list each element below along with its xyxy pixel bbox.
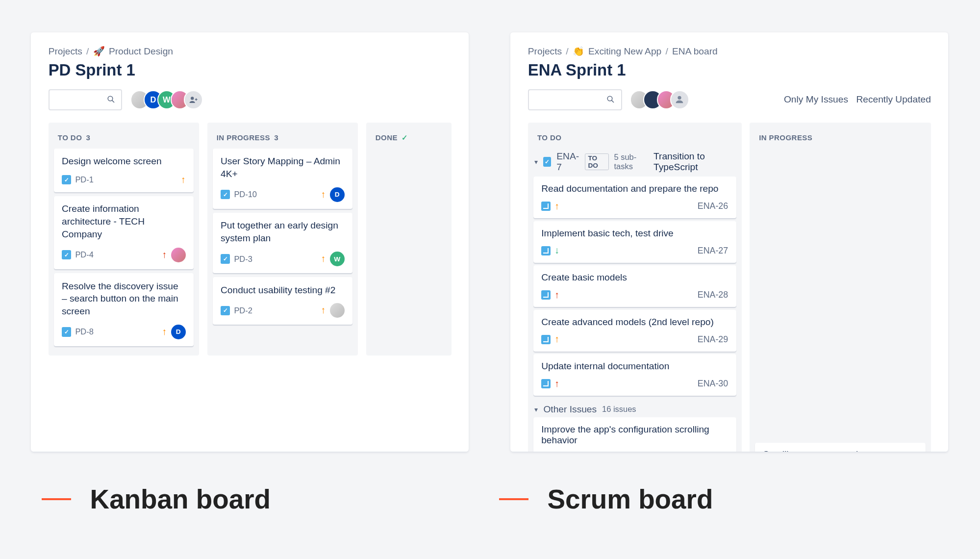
epic-header[interactable]: ▾ ENA-7 TO DO 5 sub-tasks Transition to …: [533, 149, 736, 177]
project-emoji: 🚀: [93, 46, 105, 57]
group-count: 16 issues: [602, 405, 636, 414]
add-member-button[interactable]: [184, 90, 202, 109]
task-icon: [62, 327, 71, 336]
svg-point-0: [108, 96, 113, 101]
assignee-avatar: [330, 303, 345, 318]
card-title: Improve the app's configuration scrollin…: [541, 424, 728, 446]
issue-card[interactable]: User Story Mapping – Admin 4K+PD-10↑D: [213, 149, 353, 209]
subtask-card[interactable]: Read documentation and prepare the repo↑…: [533, 177, 736, 218]
card-title: Implement basic tech, test drive: [541, 228, 728, 239]
issue-key: PD-8: [75, 327, 93, 336]
breadcrumb-projects[interactable]: Projects: [528, 46, 562, 57]
subtask-card[interactable]: Update internal documentation↑ENA-30: [533, 354, 736, 396]
avatar-unassigned[interactable]: [670, 90, 689, 109]
priority-icon: ↑: [555, 379, 560, 389]
chevron-down-icon[interactable]: ▾: [534, 158, 538, 166]
issue-key: ENA-28: [698, 290, 728, 300]
subtask-card[interactable]: Implement basic tech, test drive↓ENA-27: [533, 221, 736, 263]
card-title: Create advanced models (2nd level repo): [541, 317, 728, 328]
issue-card[interactable]: Improve the app's configuration scrollin…: [533, 417, 736, 451]
issue-card[interactable]: Resolve the discovery issue – search but…: [54, 273, 194, 346]
card-title: User Story Mapping – Admin 4K+: [221, 155, 345, 180]
task-icon: [221, 190, 230, 199]
subtask-card[interactable]: Create basic models↑ENA-28: [533, 265, 736, 307]
issue-card[interactable]: Create information architecture - TECH C…: [54, 196, 194, 269]
status-lozenge: TO DO: [585, 153, 609, 171]
card-title: Create basic models: [541, 272, 728, 283]
breadcrumb-projects[interactable]: Projects: [49, 46, 82, 57]
toolbar: Only My Issues Recently Updated: [528, 89, 931, 111]
issue-key: ENA-30: [698, 379, 728, 389]
issue-key: ENA-27: [698, 246, 728, 256]
group-label: Other Issues: [543, 404, 597, 415]
subtask-icon: [541, 202, 551, 211]
column-header: TO DO 3: [54, 128, 194, 149]
group-other-issues[interactable]: ▾ Other Issues 16 issues: [533, 399, 736, 417]
column-header: DONE ✓: [372, 128, 446, 149]
breadcrumb: Projects / 👏 Exciting New App / ENA boar…: [528, 46, 931, 57]
column-done: DONE ✓: [366, 123, 452, 356]
card-title: Scrolling staggers on the configuration …: [763, 449, 917, 451]
issue-key: ENA-26: [698, 201, 728, 211]
breadcrumb-board[interactable]: ENA board: [672, 46, 718, 57]
caption-scrum: Scrum board: [499, 483, 713, 515]
subtask-icon: [541, 246, 551, 255]
task-icon: [221, 254, 230, 263]
column-todo: TO DO ▾ ENA-7 TO DO 5 sub-tasks Transiti…: [528, 123, 742, 452]
subtask-icon: [541, 379, 551, 388]
task-icon: [221, 306, 230, 315]
issue-card[interactable]: Scrolling staggers on the configuration …: [755, 443, 926, 452]
task-icon: [62, 175, 71, 184]
svg-line-4: [612, 100, 614, 102]
search-input[interactable]: [49, 89, 123, 111]
dash-icon: [42, 498, 71, 500]
epic-title: Transition to TypeScript: [653, 151, 735, 173]
toolbar: DW: [49, 89, 452, 111]
priority-icon: ↑: [321, 189, 326, 200]
chevron-down-icon[interactable]: ▾: [534, 406, 538, 413]
breadcrumb: Projects / 🚀 Product Design: [49, 46, 452, 57]
card-title: Read documentation and prepare the repo: [541, 183, 728, 194]
issue-key: PD-10: [234, 190, 257, 199]
card-title: Resolve the discovery issue – search but…: [62, 280, 186, 318]
card-title: Create information architecture - TECH C…: [62, 203, 186, 241]
breadcrumb-project[interactable]: Product Design: [109, 46, 173, 57]
epic-key: ENA-7: [556, 151, 579, 173]
breadcrumb-project[interactable]: Exciting New App: [588, 46, 661, 57]
subtask-card[interactable]: Create advanced models (2nd level repo)↑…: [533, 310, 736, 352]
task-icon: [543, 157, 551, 166]
check-icon: ✓: [402, 133, 408, 142]
search-input[interactable]: [528, 89, 622, 111]
svg-point-2: [191, 97, 194, 100]
subtask-count: 5 sub-tasks: [614, 152, 649, 171]
priority-icon: ↑: [555, 334, 560, 345]
caption-kanban: Kanban board: [42, 483, 271, 515]
assignee-avatar: W: [330, 252, 345, 266]
priority-icon: ↑: [555, 201, 560, 212]
column-to-do: TO DO 3Design welcome screenPD-1↑Create …: [49, 123, 200, 356]
column-header: IN PROGRESS 3: [213, 128, 353, 149]
priority-icon: ↑: [321, 254, 326, 264]
priority-icon: ↓: [555, 245, 560, 256]
issue-card[interactable]: Put together an early design system plan…: [213, 213, 353, 273]
issue-card[interactable]: Design welcome screenPD-1↑: [54, 149, 194, 192]
issue-card[interactable]: Conduct usability testing #2PD-2↑: [213, 277, 353, 325]
column-header: TO DO: [533, 128, 736, 149]
caption-text: Kanban board: [90, 483, 271, 515]
scrum-panel: Projects / 👏 Exciting New App / ENA boar…: [510, 32, 948, 452]
subtask-icon: [541, 335, 551, 344]
subtask-icon: [541, 290, 551, 300]
page-title: ENA Sprint 1: [528, 61, 931, 79]
filter-only-my-issues[interactable]: Only My Issues: [784, 94, 848, 105]
priority-icon: ↑: [181, 175, 186, 185]
filter-recently-updated[interactable]: Recently Updated: [856, 94, 930, 105]
column-header: IN PROGRESS: [755, 128, 926, 149]
project-emoji: 👏: [573, 46, 584, 57]
issue-key: ENA-29: [698, 334, 728, 345]
card-title: Put together an early design system plan: [221, 219, 345, 245]
caption-row: Kanban board Scrum board: [0, 483, 980, 515]
breadcrumb-sep: /: [86, 46, 89, 57]
search-icon: [106, 94, 116, 107]
task-icon: [62, 250, 71, 259]
caption-text: Scrum board: [547, 483, 713, 515]
